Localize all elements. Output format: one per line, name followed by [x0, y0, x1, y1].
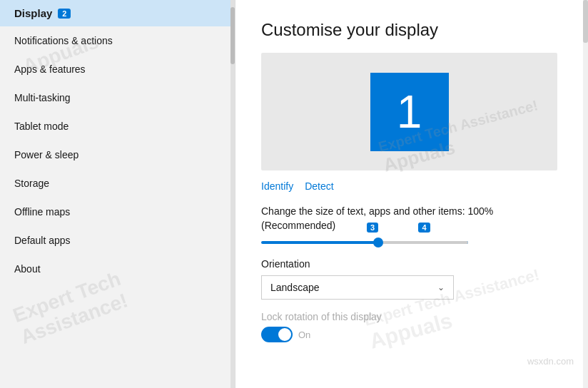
- sidebar: Display 2 Notifications & actions Apps &…: [0, 0, 235, 388]
- sidebar-notifications-label: Notifications & actions: [14, 35, 113, 46]
- sidebar-scrollbar-thumb[interactable]: [230, 7, 235, 64]
- orientation-value: Landscape: [270, 282, 320, 293]
- size-label: Change the size of text, apps and other …: [261, 205, 562, 233]
- monitor-preview: 1 Expert Tech Assistance!Appuals: [261, 53, 557, 170]
- sidebar-offline-label: Offline maps: [14, 206, 70, 218]
- slider-thumb[interactable]: [373, 238, 383, 247]
- right-scrollbar[interactable]: [583, 0, 588, 388]
- sidebar-apps-label: Apps & features: [14, 63, 86, 75]
- sidebar-item-tablet-mode[interactable]: Tablet mode: [0, 112, 235, 141]
- content-watermark-site: wsxdn.com: [527, 356, 574, 367]
- sidebar-multitasking-label: Multi-tasking: [14, 92, 71, 103]
- sidebar-about-label: About: [14, 263, 41, 275]
- slider-track: 3 4: [261, 241, 468, 244]
- sidebar-item-notifications[interactable]: Notifications & actions: [0, 26, 235, 55]
- sidebar-item-offline-maps[interactable]: Offline maps: [0, 198, 235, 226]
- sidebar-item-multi-tasking[interactable]: Multi-tasking: [0, 83, 235, 112]
- display-badge: 2: [58, 9, 71, 19]
- toggle-knob: [278, 328, 291, 341]
- content-area: Customise your display 1 Expert Tech Ass…: [235, 0, 588, 388]
- toggle-label: On: [298, 330, 310, 340]
- slider-badge-3: 3: [367, 223, 378, 233]
- size-text: Change the size of text, apps and other …: [261, 205, 493, 217]
- sidebar-item-display[interactable]: Display 2: [0, 0, 235, 26]
- monitor-links: Identify Detect: [261, 180, 562, 192]
- sidebar-item-default-apps[interactable]: Default apps: [0, 226, 235, 255]
- right-scrollbar-thumb[interactable]: [583, 0, 588, 43]
- sidebar-display-label: Display: [14, 7, 52, 19]
- sidebar-scrollbar[interactable]: [230, 0, 235, 388]
- sidebar-default-label: Default apps: [14, 235, 71, 246]
- toggle-container: On: [261, 327, 562, 342]
- identify-link[interactable]: Identify: [261, 180, 293, 192]
- slider-track-right: [377, 241, 468, 244]
- lock-rotation-toggle[interactable]: [261, 327, 293, 342]
- sidebar-tablet-label: Tablet mode: [14, 121, 69, 132]
- size-sub: (Recommended): [261, 220, 335, 231]
- chevron-down-icon: ⌄: [437, 282, 445, 292]
- sidebar-item-apps-features[interactable]: Apps & features: [0, 55, 235, 83]
- lock-rotation-label: Lock rotation of this display: [261, 311, 562, 322]
- detect-link[interactable]: Detect: [305, 180, 333, 192]
- sidebar-item-storage[interactable]: Storage: [0, 169, 235, 198]
- sidebar-item-about[interactable]: About: [0, 255, 235, 283]
- sidebar-power-label: Power & sleep: [14, 149, 78, 160]
- page-title: Customise your display: [261, 20, 562, 40]
- slider-container[interactable]: 3 4: [261, 241, 468, 244]
- slider-badge-4: 4: [418, 223, 430, 233]
- monitor-number-box: 1: [370, 73, 449, 151]
- orientation-select[interactable]: Landscape ⌄: [261, 275, 454, 300]
- monitor-number: 1: [397, 86, 422, 138]
- sidebar-storage-label: Storage: [14, 178, 49, 189]
- sidebar-item-power-sleep[interactable]: Power & sleep: [0, 141, 235, 169]
- orientation-label: Orientation: [261, 258, 562, 270]
